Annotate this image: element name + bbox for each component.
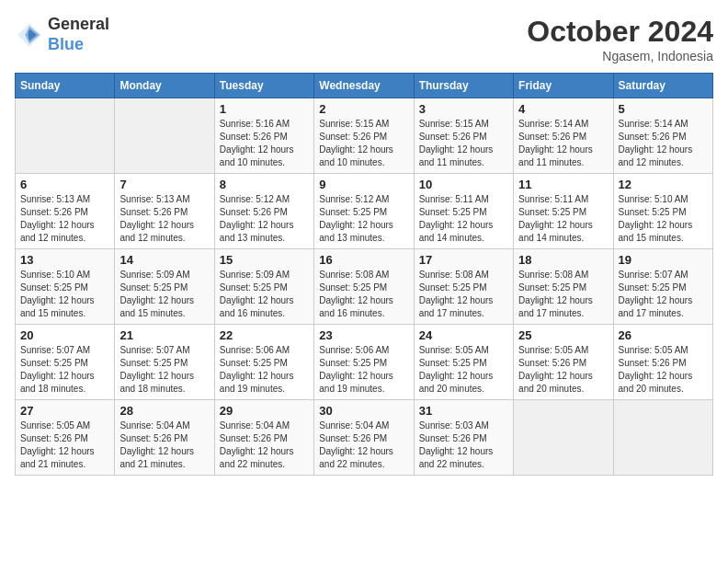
calendar-week-1: 1Sunrise: 5:16 AM Sunset: 5:26 PM Daylig… xyxy=(16,98,713,174)
calendar-cell: 24Sunrise: 5:05 AM Sunset: 5:25 PM Dayli… xyxy=(414,325,513,400)
day-number: 18 xyxy=(518,253,608,267)
calendar-cell: 12Sunrise: 5:10 AM Sunset: 5:25 PM Dayli… xyxy=(613,174,712,249)
calendar-cell: 16Sunrise: 5:08 AM Sunset: 5:25 PM Dayli… xyxy=(314,249,414,325)
day-number: 29 xyxy=(220,404,309,418)
logo-blue: Blue xyxy=(48,35,109,55)
day-info: Sunrise: 5:04 AM Sunset: 5:26 PM Dayligh… xyxy=(220,419,309,471)
day-info: Sunrise: 5:07 AM Sunset: 5:25 PM Dayligh… xyxy=(119,344,209,396)
day-number: 28 xyxy=(119,404,209,418)
day-info: Sunrise: 5:04 AM Sunset: 5:26 PM Dayligh… xyxy=(319,419,408,471)
day-info: Sunrise: 5:07 AM Sunset: 5:25 PM Dayligh… xyxy=(619,269,708,320)
calendar-cell: 9Sunrise: 5:12 AM Sunset: 5:25 PM Daylig… xyxy=(314,174,414,249)
calendar-cell: 19Sunrise: 5:07 AM Sunset: 5:25 PM Dayli… xyxy=(613,249,712,325)
calendar-cell: 6Sunrise: 5:13 AM Sunset: 5:26 PM Daylig… xyxy=(16,174,115,249)
day-number: 27 xyxy=(20,404,109,418)
day-number: 9 xyxy=(319,178,408,191)
header-cell-wednesday: Wednesday xyxy=(314,74,414,98)
day-number: 16 xyxy=(319,253,408,267)
day-number: 30 xyxy=(319,404,408,418)
calendar-cell: 13Sunrise: 5:10 AM Sunset: 5:25 PM Dayli… xyxy=(16,249,115,325)
day-number: 22 xyxy=(220,328,309,342)
calendar-week-3: 13Sunrise: 5:10 AM Sunset: 5:25 PM Dayli… xyxy=(16,249,713,325)
calendar-cell: 30Sunrise: 5:04 AM Sunset: 5:26 PM Dayli… xyxy=(314,400,414,476)
month-title: October 2024 xyxy=(527,15,713,49)
header-cell-saturday: Saturday xyxy=(613,74,712,98)
title-block: October 2024 Ngasem, Indonesia xyxy=(527,15,713,63)
day-number: 8 xyxy=(220,178,309,191)
day-number: 4 xyxy=(518,102,608,116)
calendar-week-4: 20Sunrise: 5:07 AM Sunset: 5:25 PM Dayli… xyxy=(16,325,713,400)
day-info: Sunrise: 5:10 AM Sunset: 5:25 PM Dayligh… xyxy=(20,269,109,320)
day-info: Sunrise: 5:08 AM Sunset: 5:25 PM Dayligh… xyxy=(319,269,408,320)
calendar-cell: 27Sunrise: 5:05 AM Sunset: 5:26 PM Dayli… xyxy=(16,400,115,476)
logo: General Blue xyxy=(15,15,109,54)
day-info: Sunrise: 5:15 AM Sunset: 5:26 PM Dayligh… xyxy=(319,118,408,169)
day-info: Sunrise: 5:16 AM Sunset: 5:26 PM Dayligh… xyxy=(220,118,309,169)
day-info: Sunrise: 5:03 AM Sunset: 5:26 PM Dayligh… xyxy=(419,419,508,471)
calendar-cell xyxy=(115,98,214,174)
day-number: 23 xyxy=(319,328,408,342)
calendar-cell: 20Sunrise: 5:07 AM Sunset: 5:25 PM Dayli… xyxy=(16,325,115,400)
logo-icon xyxy=(15,20,44,50)
day-number: 25 xyxy=(518,328,608,342)
day-number: 7 xyxy=(119,178,209,191)
header-cell-monday: Monday xyxy=(115,74,214,98)
day-number: 12 xyxy=(619,178,708,191)
calendar-cell: 11Sunrise: 5:11 AM Sunset: 5:25 PM Dayli… xyxy=(514,174,613,249)
calendar-cell: 14Sunrise: 5:09 AM Sunset: 5:25 PM Dayli… xyxy=(115,249,214,325)
day-info: Sunrise: 5:05 AM Sunset: 5:25 PM Dayligh… xyxy=(419,344,508,396)
day-info: Sunrise: 5:06 AM Sunset: 5:25 PM Dayligh… xyxy=(319,344,408,396)
day-number: 19 xyxy=(619,253,708,267)
day-number: 5 xyxy=(619,102,708,116)
day-info: Sunrise: 5:08 AM Sunset: 5:25 PM Dayligh… xyxy=(518,269,608,320)
day-number: 2 xyxy=(319,102,408,116)
calendar-cell: 29Sunrise: 5:04 AM Sunset: 5:26 PM Dayli… xyxy=(214,400,313,476)
day-info: Sunrise: 5:06 AM Sunset: 5:25 PM Dayligh… xyxy=(220,344,309,396)
header-cell-thursday: Thursday xyxy=(414,74,513,98)
day-number: 24 xyxy=(419,328,508,342)
day-number: 14 xyxy=(119,253,209,267)
calendar-cell: 26Sunrise: 5:05 AM Sunset: 5:26 PM Dayli… xyxy=(613,325,712,400)
calendar-cell xyxy=(514,400,613,476)
day-info: Sunrise: 5:09 AM Sunset: 5:25 PM Dayligh… xyxy=(119,269,209,320)
calendar-cell xyxy=(16,98,115,174)
day-number: 10 xyxy=(419,178,508,191)
day-info: Sunrise: 5:13 AM Sunset: 5:26 PM Dayligh… xyxy=(20,193,109,245)
calendar-cell: 10Sunrise: 5:11 AM Sunset: 5:25 PM Dayli… xyxy=(414,174,513,249)
day-info: Sunrise: 5:15 AM Sunset: 5:26 PM Dayligh… xyxy=(419,118,508,169)
day-number: 6 xyxy=(20,178,109,191)
day-info: Sunrise: 5:04 AM Sunset: 5:26 PM Dayligh… xyxy=(119,419,209,471)
day-number: 20 xyxy=(20,328,109,342)
day-info: Sunrise: 5:11 AM Sunset: 5:25 PM Dayligh… xyxy=(518,193,608,245)
day-info: Sunrise: 5:12 AM Sunset: 5:26 PM Dayligh… xyxy=(220,193,309,245)
calendar-cell: 2Sunrise: 5:15 AM Sunset: 5:26 PM Daylig… xyxy=(314,98,414,174)
calendar-week-2: 6Sunrise: 5:13 AM Sunset: 5:26 PM Daylig… xyxy=(16,174,713,249)
day-info: Sunrise: 5:05 AM Sunset: 5:26 PM Dayligh… xyxy=(619,344,708,396)
day-info: Sunrise: 5:11 AM Sunset: 5:25 PM Dayligh… xyxy=(419,193,508,245)
logo-text: General Blue xyxy=(48,15,109,54)
calendar-cell xyxy=(613,400,712,476)
day-number: 21 xyxy=(119,328,209,342)
header-cell-friday: Friday xyxy=(514,74,613,98)
day-info: Sunrise: 5:14 AM Sunset: 5:26 PM Dayligh… xyxy=(619,118,708,169)
calendar-header: SundayMondayTuesdayWednesdayThursdayFrid… xyxy=(16,74,713,98)
calendar-cell: 18Sunrise: 5:08 AM Sunset: 5:25 PM Dayli… xyxy=(514,249,613,325)
calendar-cell: 22Sunrise: 5:06 AM Sunset: 5:25 PM Dayli… xyxy=(214,325,313,400)
day-number: 13 xyxy=(20,253,109,267)
calendar-cell: 15Sunrise: 5:09 AM Sunset: 5:25 PM Dayli… xyxy=(214,249,313,325)
day-number: 11 xyxy=(518,178,608,191)
day-number: 26 xyxy=(619,328,708,342)
day-info: Sunrise: 5:07 AM Sunset: 5:25 PM Dayligh… xyxy=(20,344,109,396)
day-info: Sunrise: 5:05 AM Sunset: 5:26 PM Dayligh… xyxy=(20,419,109,471)
day-number: 17 xyxy=(419,253,508,267)
day-info: Sunrise: 5:08 AM Sunset: 5:25 PM Dayligh… xyxy=(419,269,508,320)
calendar-cell: 17Sunrise: 5:08 AM Sunset: 5:25 PM Dayli… xyxy=(414,249,513,325)
calendar-cell: 1Sunrise: 5:16 AM Sunset: 5:26 PM Daylig… xyxy=(214,98,313,174)
calendar-cell: 23Sunrise: 5:06 AM Sunset: 5:25 PM Dayli… xyxy=(314,325,414,400)
header-row: SundayMondayTuesdayWednesdayThursdayFrid… xyxy=(16,74,713,98)
calendar-table: SundayMondayTuesdayWednesdayThursdayFrid… xyxy=(15,73,713,476)
day-info: Sunrise: 5:14 AM Sunset: 5:26 PM Dayligh… xyxy=(518,118,608,169)
location: Ngasem, Indonesia xyxy=(527,49,713,63)
calendar-cell: 3Sunrise: 5:15 AM Sunset: 5:26 PM Daylig… xyxy=(414,98,513,174)
day-number: 3 xyxy=(419,102,508,116)
